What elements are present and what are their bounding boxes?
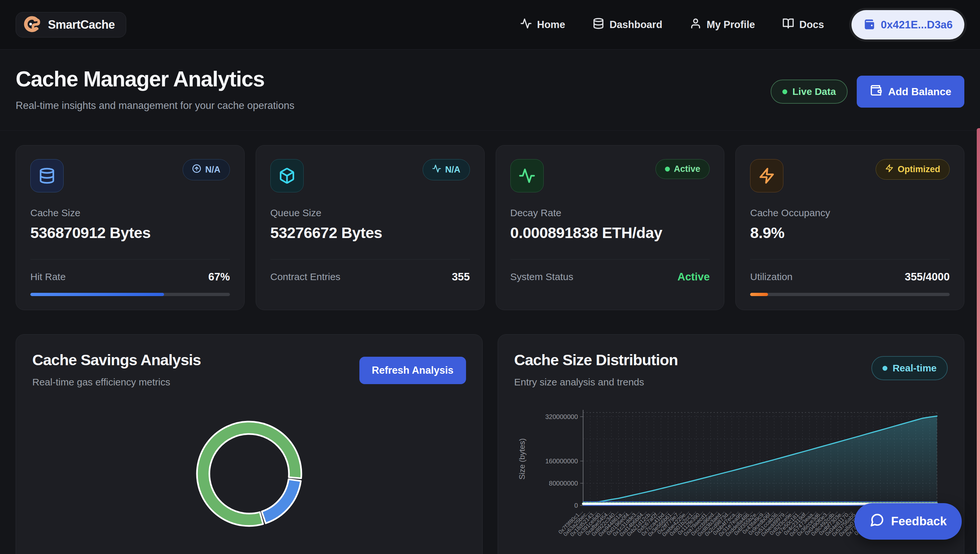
- realtime-label: Real-time: [892, 363, 937, 374]
- divider: [750, 259, 950, 259]
- badge-label: Active: [674, 164, 700, 174]
- stat-card-queue-size: N/A Queue Size 53276672 Bytes Contract E…: [256, 145, 485, 310]
- zap-icon: [750, 159, 783, 193]
- brand-logo[interactable]: SmartCache: [16, 12, 126, 38]
- status-badge: Active: [655, 159, 710, 179]
- book-open-icon: [783, 18, 794, 32]
- feedback-label: Feedback: [891, 514, 947, 528]
- stat-card-cache-occupancy: Optimized Cache Occupancy 8.9% Utilizati…: [735, 145, 964, 310]
- wallet-address-button[interactable]: 0x421E...D3a6: [851, 10, 964, 40]
- svg-text:80000000: 80000000: [549, 480, 578, 487]
- wallet-outline-icon: [870, 84, 882, 99]
- user-icon: [690, 18, 702, 32]
- panel-title: Cache Size Distribution: [514, 351, 678, 369]
- stat-card-cache-size: N/A Cache Size 536870912 Bytes Hit Rate …: [16, 145, 245, 310]
- live-dot-icon: [783, 89, 787, 94]
- stat-label: Decay Rate: [511, 207, 710, 218]
- nav-item-label: Docs: [799, 19, 824, 31]
- footer-label: Hit Rate: [30, 271, 65, 282]
- activity-icon: [520, 18, 532, 32]
- progress-fill: [30, 293, 164, 296]
- stat-value: 8.9%: [750, 224, 950, 242]
- feedback-button[interactable]: Feedback: [854, 503, 962, 540]
- nav-item-my-profile[interactable]: My Profile: [690, 18, 755, 32]
- stat-label: Queue Size: [270, 207, 470, 218]
- zap-icon: [885, 164, 894, 175]
- wallet-icon: [863, 18, 876, 32]
- nav-item-label: Home: [537, 19, 565, 31]
- stat-value: 536870912 Bytes: [30, 224, 230, 242]
- brand-name: SmartCache: [48, 18, 115, 32]
- activity-icon: [432, 164, 441, 175]
- panel-title: Cache Savings Analysis: [32, 351, 201, 369]
- divider: [30, 259, 230, 259]
- footer-label: System Status: [511, 271, 573, 282]
- nav-item-home[interactable]: Home: [520, 18, 565, 32]
- footer-label: Contract Entries: [270, 271, 340, 282]
- footer-value: 355/4000: [905, 271, 950, 283]
- speech-bubble-icon: [869, 513, 885, 530]
- progress-fill: [750, 293, 768, 296]
- status-badge: N/A: [423, 159, 470, 180]
- divider: [511, 259, 710, 259]
- divider: [270, 259, 470, 259]
- database-icon: [30, 159, 64, 193]
- panel-subtitle: Real-time gas efficiency metrics: [32, 377, 201, 388]
- badge-label: Optimized: [897, 164, 940, 174]
- svg-text:320000000: 320000000: [545, 413, 578, 420]
- svg-text:160000000: 160000000: [545, 457, 578, 465]
- footer-value: Active: [677, 271, 710, 283]
- badge-label: N/A: [445, 165, 460, 175]
- arrow-up-circle-icon: [192, 164, 201, 175]
- cache-savings-panel: Cache Savings Analysis Real-time gas eff…: [16, 334, 483, 554]
- database-icon: [593, 18, 604, 32]
- svg-text:0: 0: [574, 502, 578, 509]
- stat-label: Cache Size: [30, 207, 230, 218]
- page-header: Cache Manager Analytics Real-time insigh…: [0, 49, 980, 131]
- cube-icon: [270, 159, 304, 193]
- top-navbar: SmartCache Home Dashboard My Profile Doc…: [0, 0, 980, 49]
- status-badge: N/A: [183, 159, 230, 180]
- page-title: Cache Manager Analytics: [16, 67, 294, 91]
- nav-item-label: My Profile: [707, 19, 755, 31]
- refresh-analysis-button[interactable]: Refresh Analysis: [360, 357, 466, 384]
- stat-card-decay-rate: Active Decay Rate 0.000891838 ETH/day Sy…: [496, 145, 725, 310]
- stat-value: 0.000891838 ETH/day: [511, 224, 710, 242]
- utilization-progressbar: [750, 293, 950, 296]
- page-subtitle: Real-time insights and management for yo…: [16, 100, 294, 111]
- active-dot-icon: [665, 167, 670, 172]
- stats-grid: N/A Cache Size 536870912 Bytes Hit Rate …: [16, 145, 964, 310]
- stat-label: Cache Occupancy: [750, 207, 950, 218]
- footer-label: Utilization: [750, 271, 792, 282]
- realtime-badge: Real-time: [872, 356, 948, 380]
- svg-text:Size (bytes): Size (bytes): [517, 438, 527, 480]
- footer-value: 67%: [208, 271, 230, 283]
- nav-item-dashboard[interactable]: Dashboard: [593, 18, 662, 32]
- realtime-dot-icon: [883, 366, 888, 371]
- nav-item-label: Dashboard: [609, 19, 662, 31]
- live-data-badge: Live Data: [771, 80, 848, 104]
- wallet-address: 0x421E...D3a6: [881, 19, 953, 31]
- activity-icon: [511, 159, 544, 193]
- live-data-label: Live Data: [792, 86, 836, 97]
- footer-value: 355: [452, 271, 469, 283]
- status-badge: Optimized: [876, 159, 950, 180]
- savings-doughnut-chart: [190, 414, 309, 533]
- page-scrollbar-thumb[interactable]: [977, 128, 980, 554]
- hit-rate-progressbar: [30, 293, 230, 296]
- panel-subtitle: Entry size analysis and trends: [514, 377, 678, 388]
- smartcache-logo-icon: [24, 15, 42, 35]
- add-balance-label: Add Balance: [888, 86, 951, 98]
- nav-item-docs[interactable]: Docs: [783, 18, 824, 32]
- add-balance-button[interactable]: Add Balance: [857, 76, 964, 108]
- badge-label: N/A: [205, 165, 220, 175]
- stat-value: 53276672 Bytes: [270, 224, 470, 242]
